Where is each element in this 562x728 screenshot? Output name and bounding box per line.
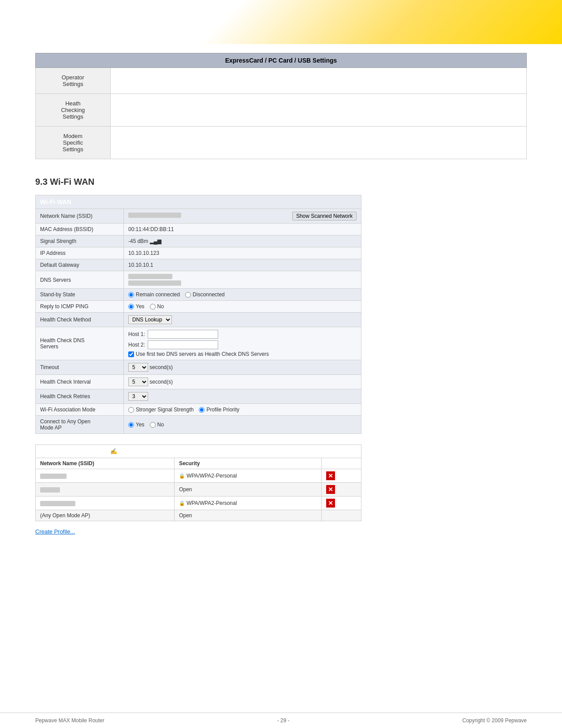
profile-column-headers: Network Name (SSID) Security (36, 458, 361, 469)
host2-label: Host 2: (128, 342, 145, 348)
use-dns-label: Use first two DNS servers as Health Chec… (136, 351, 269, 357)
health-check-method-row: Health Check Method DNS Lookup (36, 313, 361, 327)
health-method-label: Health Check Method (36, 313, 124, 327)
standby-disconnected-label[interactable]: Disconnected (185, 291, 225, 298)
profile-header: Wi-Fi Connection Profile (✍Drag and drop… (36, 445, 361, 458)
stronger-signal-radio[interactable] (128, 407, 134, 413)
ssid-row: Network Name (SSID) Show Scanned Network (36, 209, 361, 224)
lock-icon-1: 🔒 (179, 473, 185, 478)
icmp-ping-row: Reply to ICMP PING Yes No (36, 301, 361, 313)
host1-row: Host 1: (128, 330, 357, 339)
assoc-mode-value: Stronger Signal Strength Profile Priorit… (124, 404, 361, 416)
profile-ssid-2 (36, 483, 175, 497)
host2-row: Host 2: (128, 340, 357, 349)
timeout-label: Timeout (36, 360, 124, 375)
modem-specific-value (111, 127, 527, 159)
health-method-dropdown[interactable]: DNS Lookup (128, 315, 172, 324)
delete-button-2[interactable]: ✕ (326, 485, 335, 494)
profile-ssid-2-blurred (40, 487, 60, 493)
profile-action-3: ✕ (322, 497, 361, 510)
lock-icon-3: 🔒 (179, 500, 185, 506)
top-banner (0, 0, 562, 44)
profile-ssid-4: (Any Open Mode AP) (36, 510, 175, 521)
standby-remain-radio[interactable] (128, 292, 134, 298)
profile-ssid-1 (36, 469, 175, 483)
expresscard-title: ExpressCard / PC Card / USB Settings (36, 53, 527, 68)
open-no-label[interactable]: No (150, 422, 164, 428)
page-footer: Pepwave MAX Mobile Router - 29 - Copyrig… (0, 713, 562, 728)
profile-action-1: ✕ (322, 469, 361, 483)
standby-disconnected-radio[interactable] (185, 292, 191, 298)
standby-radio-group: Remain connected Disconnected (128, 291, 357, 298)
health-interval-row: Health Check Interval 5 second(s) (36, 375, 361, 389)
delete-button-3[interactable]: ✕ (326, 499, 335, 508)
icmp-radio-group: Yes No (128, 303, 357, 310)
wifi-wan-title: Wi-Fi WAN (36, 195, 361, 209)
use-dns-checkbox[interactable] (128, 351, 134, 357)
timeout-row: Timeout 5 second(s) (36, 360, 361, 375)
host1-input[interactable] (148, 330, 218, 339)
mac-value: 00:11:44:DD:BB:11 (124, 224, 361, 235)
interval-dropdown[interactable]: 5 (128, 377, 148, 386)
timeout-dropdown[interactable]: 5 (128, 363, 148, 372)
dns-blurred-container (128, 274, 357, 286)
dns2-blurred (128, 280, 181, 286)
ssid-value: Show Scanned Network (124, 209, 361, 224)
health-method-value: DNS Lookup (124, 313, 361, 327)
profile-priority-radio[interactable] (199, 407, 205, 413)
standby-value: Remain connected Disconnected (124, 289, 361, 301)
gateway-value: 10.10.10.1 (124, 259, 361, 271)
host2-input[interactable] (148, 340, 218, 349)
table-row: OperatorSettings (36, 68, 527, 94)
modem-specific-label: ModemSpecificSettings (36, 127, 111, 159)
profile-header-prefix: Wi-Fi Connection Profile ( (40, 448, 110, 455)
dns-servers-row: DNS Servers (36, 271, 361, 289)
standby-label: Stand-by State (36, 289, 124, 301)
icmp-no-radio[interactable] (150, 304, 156, 310)
drag-icon[interactable]: ✍ (110, 448, 117, 455)
standby-remain-label[interactable]: Remain connected (128, 291, 180, 298)
health-retries-row: Health Check Retries 3 (36, 389, 361, 404)
expresscard-table: ExpressCard / PC Card / USB Settings Ope… (35, 53, 527, 159)
dns-value (124, 271, 361, 289)
open-no-radio[interactable] (150, 422, 156, 428)
footer-center: - 29 - (277, 717, 290, 724)
profile-row: 🔒WPA/WPA2-Personal ✕ (36, 469, 361, 483)
icmp-yes-label[interactable]: Yes (128, 303, 145, 310)
footer-left: Pepwave MAX Mobile Router (35, 717, 104, 724)
icmp-no-label[interactable]: No (150, 303, 164, 310)
health-interval-value: 5 second(s) (124, 375, 361, 389)
profile-header-suffix: Drag and drop to change the profile prio… (117, 448, 238, 455)
signal-value: -45 dBm ▂▄▆ (124, 235, 361, 247)
icmp-yes-radio[interactable] (128, 304, 134, 310)
retries-dropdown[interactable]: 3 (128, 392, 148, 401)
use-dns-checkbox-row: Use first two DNS servers as Health Chec… (128, 351, 357, 357)
table-row: HeathCheckingSettings (36, 94, 527, 127)
open-mode-value: Yes No (124, 416, 361, 434)
profile-priority-label[interactable]: Profile Priority (199, 407, 239, 413)
open-mode-radio-group: Yes No (128, 422, 357, 428)
profile-security-4: Open (175, 510, 322, 521)
stronger-signal-label[interactable]: Stronger Signal Strength (128, 407, 194, 413)
profile-ssid-1-blurred (40, 474, 67, 479)
ssid-blurred (128, 213, 181, 218)
signal-label: Signal Strength (36, 235, 124, 247)
mac-label: MAC Address (BSSID) (36, 224, 124, 235)
gateway-label: Default Gateway (36, 259, 124, 271)
create-profile-link[interactable]: Create Profile... (35, 528, 75, 535)
profile-row: Open ✕ (36, 483, 361, 497)
show-scanned-button[interactable]: Show Scanned Network (292, 212, 357, 220)
operator-settings-value (111, 68, 527, 94)
open-yes-radio[interactable] (128, 422, 134, 428)
profile-security-3: 🔒WPA/WPA2-Personal (175, 497, 322, 510)
profile-action-2: ✕ (322, 483, 361, 497)
delete-button-1[interactable]: ✕ (326, 471, 335, 480)
profile-ssid-3-blurred (40, 501, 75, 506)
icmp-value: Yes No (124, 301, 361, 313)
assoc-mode-row: Wi-Fi Association Mode Stronger Signal S… (36, 404, 361, 416)
col-ssid: Network Name (SSID) (36, 458, 175, 469)
open-yes-label[interactable]: Yes (128, 422, 145, 428)
profile-row: 🔒WPA/WPA2-Personal ✕ (36, 497, 361, 510)
signal-bar-icon: ▂▄▆ (150, 238, 162, 244)
mac-address-row: MAC Address (BSSID) 00:11:44:DD:BB:11 (36, 224, 361, 235)
